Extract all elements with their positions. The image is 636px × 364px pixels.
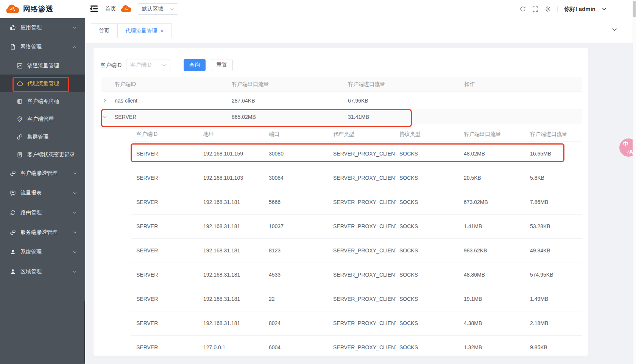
table-cell: 30080 bbox=[265, 142, 329, 166]
close-tab-icon[interactable]: × bbox=[161, 28, 164, 34]
nested-table-row: SERVER192.168.31.18110037SERVER_PROXY_CL… bbox=[131, 215, 582, 239]
board-icon bbox=[10, 190, 16, 196]
sidebar-item-客户端状态变更记录[interactable]: 客户端状态变更记录 bbox=[0, 146, 85, 163]
region-select[interactable]: 默认区域 bbox=[138, 3, 178, 15]
table-cell: 53.28KB bbox=[526, 215, 582, 238]
sidebar-item-客户端令牌桶[interactable]: 客户端令牌桶 bbox=[0, 92, 85, 110]
sidebar-item-客户端管理[interactable]: 客户端管理 bbox=[0, 110, 85, 128]
table-cell: SERVER_PROXY_CLIENT bbox=[329, 311, 396, 335]
column-header: 客户端出口流量 bbox=[228, 77, 344, 92]
translate-arc bbox=[624, 151, 629, 153]
sidebar-item-label: 客户端渗透管理 bbox=[20, 170, 58, 177]
sidebar-item-路由管理[interactable]: 路由管理 bbox=[0, 203, 85, 222]
nested-table-header: 客户端ID地址端口代理类型协议类型客户端出口流量客户端进口流量 bbox=[131, 127, 582, 142]
table-cell: SERVER_PROXY_CLIENT bbox=[329, 287, 396, 311]
table-cell: 10037 bbox=[265, 215, 329, 238]
page-scrollbar-thumb[interactable] bbox=[633, 1, 636, 17]
table-cell: 16.65MB bbox=[526, 142, 582, 166]
table-cell: 8123 bbox=[265, 239, 329, 263]
sidebar-item-label: 应用管理 bbox=[20, 24, 42, 31]
table-cell: 574.95KB bbox=[526, 263, 582, 287]
divider bbox=[557, 6, 558, 12]
sidebar-item-集群管理[interactable]: 集群管理 bbox=[0, 128, 85, 146]
pin-icon bbox=[17, 116, 23, 122]
sidebar-item-label: 区域管理 bbox=[20, 268, 42, 275]
table-cell: SERVER_PROXY_CLIENT bbox=[329, 190, 396, 214]
table-cell: 287.64KB bbox=[228, 92, 344, 109]
sync-icon bbox=[10, 210, 16, 216]
column-header: 代理类型 bbox=[329, 127, 396, 142]
client-id-filter-label: 客户端ID bbox=[100, 59, 122, 71]
chevron-down-icon bbox=[73, 172, 77, 175]
expand-row-icon[interactable] bbox=[101, 92, 111, 109]
table-cell: nas-client bbox=[111, 92, 228, 109]
column-header: 端口 bbox=[265, 127, 329, 142]
sidebar-item-区域管理[interactable]: 区域管理 bbox=[0, 262, 85, 282]
sidebar-item-应用管理[interactable]: 应用管理 bbox=[0, 18, 85, 37]
table-cell: SOCKS bbox=[396, 311, 460, 335]
table-cell: 5666 bbox=[265, 190, 329, 214]
chevron-down-icon[interactable] bbox=[602, 8, 606, 11]
table-cell: SERVER bbox=[111, 109, 228, 124]
column-header: 客户端进口流量 bbox=[344, 77, 461, 92]
sidebar-item-网络管理[interactable]: 网络管理 bbox=[0, 37, 85, 57]
sidebar-item-label: 流量报表 bbox=[20, 190, 42, 196]
reset-button[interactable]: 重置 bbox=[211, 59, 233, 71]
fullscreen-icon[interactable] bbox=[532, 6, 538, 12]
table-cell: 4.38MB bbox=[460, 311, 526, 335]
column-header: 协议类型 bbox=[396, 127, 460, 142]
column-header: 客户端ID bbox=[111, 77, 228, 92]
sidebar-item-服务端渗透管理[interactable]: 服务端渗透管理 bbox=[0, 222, 85, 242]
nested-table-row: SERVER192.168.31.1818024SERVER_PROXY_CLI… bbox=[131, 311, 582, 336]
table-cell: 67.96KB bbox=[344, 92, 461, 109]
user-greeting[interactable]: 你好! admin bbox=[564, 6, 595, 13]
client-id-select[interactable]: 客户端ID bbox=[126, 59, 170, 71]
header-actions: 你好! admin bbox=[520, 0, 606, 18]
table-cell: 20.5KB bbox=[460, 166, 526, 190]
sidebar-item-渗透流量管理[interactable]: 渗透流量管理 bbox=[0, 57, 85, 75]
app-title: 网络渗透 bbox=[23, 4, 53, 14]
table-row-SERVER[interactable]: SERVER865.02MB31.41MB bbox=[101, 109, 582, 124]
table-cell: 865.02MB bbox=[228, 109, 344, 124]
table-cell: 31.41MB bbox=[344, 109, 461, 124]
theme-icon[interactable] bbox=[545, 6, 551, 12]
table-cell: SERVER bbox=[131, 215, 200, 238]
column-header: 地址 bbox=[200, 127, 265, 142]
chevron-down-icon bbox=[73, 192, 77, 194]
proxy-detail-table: 客户端ID地址端口代理类型协议类型客户端出口流量客户端进口流量SERVER192… bbox=[131, 127, 582, 356]
collapse-row-icon[interactable] bbox=[101, 109, 111, 124]
menu-fold-icon[interactable] bbox=[89, 5, 98, 12]
table-row-nas-client[interactable]: nas-client287.64KB67.96KB bbox=[101, 92, 582, 109]
tab-代理流量管理[interactable]: 代理流量管理× bbox=[117, 23, 172, 38]
sidebar: 网络渗透 应用管理网络管理渗透流量管理代理流量管理客户端令牌桶客户端管理集群管理… bbox=[0, 0, 85, 364]
user-icon bbox=[10, 269, 16, 275]
table-cell: 192.168.31.181 bbox=[200, 263, 265, 287]
table-cell: SERVER_PROXY_CLIENT bbox=[329, 215, 396, 238]
column-header: 客户端进口流量 bbox=[526, 127, 582, 142]
chevron-down-icon[interactable] bbox=[612, 28, 617, 31]
sidebar-item-流量报表[interactable]: 流量报表 bbox=[0, 183, 85, 203]
table-cell: 49.84KB bbox=[526, 239, 582, 263]
tab-首页[interactable]: 首页 bbox=[91, 23, 117, 38]
table-cell: SOCKS bbox=[396, 190, 460, 214]
sidebar-scrollbar[interactable] bbox=[84, 301, 85, 363]
app-screen: 网络渗透 应用管理网络管理渗透流量管理代理流量管理客户端令牌桶客户端管理集群管理… bbox=[0, 0, 636, 364]
table-cell: SOCKS bbox=[396, 142, 460, 166]
nested-table-row: SERVER192.168.101.10330084SERVER_PROXY_C… bbox=[131, 166, 582, 190]
cloud-icon[interactable] bbox=[120, 5, 132, 14]
tab-label: 首页 bbox=[99, 28, 109, 34]
table-cell: 192.168.31.181 bbox=[200, 311, 265, 335]
refresh-icon[interactable] bbox=[520, 6, 526, 12]
sidebar-item-客户端渗透管理[interactable]: 客户端渗透管理 bbox=[0, 163, 85, 183]
table-cell: 192.168.31.181 bbox=[200, 215, 265, 238]
sidebar-item-系统管理[interactable]: 系统管理 bbox=[0, 242, 85, 262]
breadcrumb-home[interactable]: 首页 bbox=[105, 5, 116, 12]
sidebar-item-label: 客户端令牌桶 bbox=[27, 98, 59, 105]
cloud-logo-icon bbox=[5, 4, 20, 15]
sidebar-item-代理流量管理[interactable]: 代理流量管理 bbox=[0, 75, 85, 92]
table-cell: SERVER bbox=[131, 166, 200, 190]
table-cell: SOCKS bbox=[396, 166, 460, 190]
query-button[interactable]: 查询 bbox=[184, 59, 206, 71]
nested-table-row: SERVER127.0.0.16004SERVER_PROXY_CLIENTSO… bbox=[131, 336, 582, 356]
table-cell: 1.32MB bbox=[460, 336, 526, 356]
